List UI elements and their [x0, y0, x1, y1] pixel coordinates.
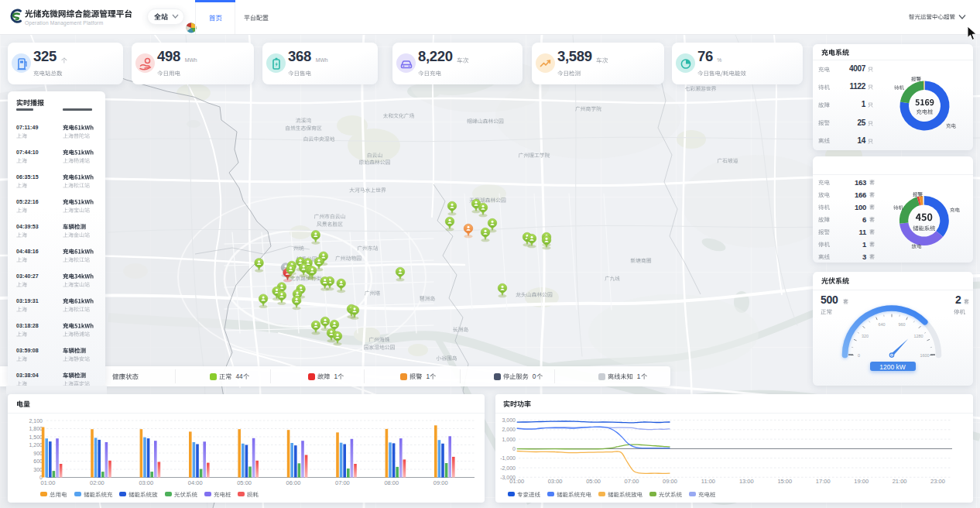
svg-text:03:00: 03:00: [139, 479, 153, 486]
svg-text:320: 320: [862, 334, 869, 338]
svg-text:-2,000: -2,000: [500, 465, 516, 471]
svg-text:2,100: 2,100: [29, 418, 43, 424]
svg-text:23:00: 23:00: [930, 478, 945, 485]
svg-text:13:00: 13:00: [739, 478, 754, 485]
svg-text:960: 960: [899, 322, 906, 327]
svg-text:640: 640: [878, 322, 885, 327]
svg-text:05:00: 05:00: [586, 478, 601, 485]
svg-text:11:00: 11:00: [701, 478, 715, 485]
svg-text:06:00: 06:00: [286, 479, 301, 486]
svg-text:1280: 1280: [913, 334, 923, 338]
svg-text:02:00: 02:00: [90, 479, 105, 486]
svg-text:1,800: 1,800: [29, 426, 43, 431]
svg-text:300: 300: [33, 467, 43, 472]
svg-text:01:00: 01:00: [41, 479, 56, 486]
svg-text:1,500: 1,500: [29, 434, 43, 440]
svg-text:05:00: 05:00: [237, 479, 252, 486]
svg-text:01:00: 01:00: [509, 478, 524, 485]
svg-text:19:00: 19:00: [854, 478, 869, 485]
svg-text:-1,000: -1,000: [500, 455, 516, 461]
svg-text:04:00: 04:00: [188, 479, 203, 486]
svg-text:17:00: 17:00: [816, 478, 831, 485]
svg-text:15:00: 15:00: [777, 478, 792, 485]
svg-text:21:00: 21:00: [893, 478, 907, 485]
svg-text:09:00: 09:00: [663, 478, 677, 485]
svg-text:1,000: 1,000: [502, 437, 516, 442]
svg-text:03:00: 03:00: [548, 478, 563, 485]
svg-text:600: 600: [33, 458, 43, 464]
svg-text:09:00: 09:00: [433, 479, 448, 486]
svg-text:08:00: 08:00: [384, 479, 399, 486]
svg-text:2,000: 2,000: [502, 427, 516, 432]
svg-text:07:00: 07:00: [625, 478, 639, 485]
svg-text:900: 900: [33, 451, 43, 456]
svg-text:3,000: 3,000: [502, 417, 516, 423]
svg-text:0: 0: [858, 353, 860, 358]
svg-text:07:00: 07:00: [335, 479, 350, 486]
svg-text:0: 0: [512, 446, 516, 451]
svg-text:1600: 1600: [920, 353, 930, 358]
svg-text:1,200: 1,200: [29, 442, 43, 448]
